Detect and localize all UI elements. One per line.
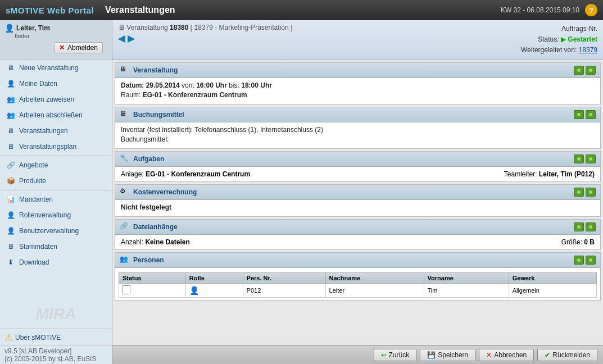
help-button[interactable]: ?: [585, 4, 597, 16]
user-icon: 👤: [4, 24, 14, 33]
aufgaben-toggle-1[interactable]: [574, 154, 584, 163]
datum-label: Datum:: [121, 81, 144, 89]
buchungsmittel-toggle-2[interactable]: [586, 110, 596, 119]
nav-stammdaten[interactable]: 🖥 Stammdaten: [0, 239, 112, 254]
kosten-toggle-2[interactable]: [586, 188, 596, 197]
topbar-right: KW 32 - 06.08.2015 09:10 ?: [501, 4, 597, 16]
speichern-button[interactable]: 💾 Speichern: [420, 349, 475, 361]
bis-label: bis:: [229, 81, 239, 89]
nav-angebote[interactable]: 🔗 Angebote: [0, 157, 112, 173]
datei-toggle-1[interactable]: [574, 222, 584, 231]
brand-title: sMOTIVE Web Portal: [6, 6, 94, 15]
cell-rolle: 👤: [185, 283, 243, 297]
veranstaltung-nav: 🖥 Veranstaltung 18380 [ 18379 - Marketin…: [118, 24, 521, 44]
von-label: von:: [182, 81, 194, 89]
auftrags-nr-row: Auftrags-Nr.: [521, 24, 597, 34]
weitergeleitet-link[interactable]: 18379: [579, 46, 597, 54]
monitor-icon: 🖥: [6, 63, 16, 73]
person-icon: 👤: [6, 79, 16, 89]
main-layout: 👤 Leiter, Tim tleiter ✕ Abmelden 🖥 Neue …: [0, 20, 603, 364]
nav-meine-daten[interactable]: 👤 Meine Daten: [0, 76, 112, 92]
status-icon: ▶: [561, 35, 566, 43]
produkte-icon: 📦: [6, 176, 16, 186]
nav-veranstaltungsplan[interactable]: 🖥 Veranstaltungsplan: [0, 139, 112, 154]
personen-icon: 👥: [120, 255, 130, 265]
person-status-icon: [123, 285, 130, 294]
veranstaltung-toggle-1[interactable]: [574, 66, 584, 75]
kosten-title: Kostenverrechnung: [133, 188, 197, 196]
kosten-toggle-1[interactable]: [574, 188, 584, 197]
content-header: 🖥 Veranstaltung 18380 [ 18379 - Marketin…: [112, 20, 603, 60]
prev-arrow[interactable]: ◀: [118, 33, 125, 44]
personen-title: Personen: [133, 256, 164, 264]
veranstaltung-section-icon: 🖥: [120, 65, 130, 75]
nav-divider-2: [0, 190, 112, 190]
abmelden-button[interactable]: ✕ Abmelden: [54, 42, 103, 53]
section-personen-header: 👥 Personen: [115, 253, 600, 268]
nav-arbeiten-zuweisen[interactable]: 👥 Arbeiten zuweisen: [0, 92, 112, 107]
aufgaben-title: Aufgaben: [133, 155, 164, 163]
section-buchungsmittel: 🖥 Buchungsmittel Inventar (fest installi…: [115, 107, 601, 149]
rollen-icon: 👤: [6, 210, 16, 220]
personen-toggle-1[interactable]: [574, 256, 584, 265]
datei-toggle-2[interactable]: [586, 222, 596, 231]
about-smotive-link[interactable]: ⚠ Über sMOTIVE: [4, 332, 107, 343]
rueckmelden-icon: ✔: [545, 351, 550, 359]
mandanten-icon: 📊: [6, 194, 16, 204]
complete-icon: 👥: [6, 110, 16, 120]
bis-value: 18:00 Uhr: [241, 81, 272, 89]
section-dateianhaenge-header: 🔗 Dateianhänge: [115, 220, 600, 235]
col-status: Status: [119, 272, 186, 283]
content-meta: Auftrags-Nr. Status: ▶ Gestartet Weiterg…: [521, 24, 597, 56]
cell-vorname: Tim: [424, 283, 509, 297]
nav-divider-1: [0, 156, 112, 156]
nav-veranstaltungen[interactable]: 🖥 Veranstaltungen: [0, 123, 112, 139]
rueckmelden-button[interactable]: ✔ Rückmelden: [537, 349, 597, 361]
buchungsmittel-icon: 🖥: [120, 110, 130, 120]
speichern-icon: 💾: [427, 351, 436, 359]
weitergeleitet-row: Weitergeleitet von: 18379: [521, 45, 597, 56]
veranstaltung-label: Veranstaltung: [126, 24, 167, 31]
datei-icon: 🔗: [120, 222, 130, 232]
nav-mandanten[interactable]: 📊 Mandanten: [0, 192, 112, 207]
topbar: sMOTIVE Web Portal Veranstaltungen KW 32…: [0, 0, 603, 20]
sidebar-version: v9.5 [sLAB Developer] (c) 2005-2015 by s…: [0, 345, 112, 364]
section-buchungsmittel-header: 🖥 Buchungsmittel: [115, 107, 600, 122]
col-nachname: Nachname: [325, 272, 424, 283]
x-icon: ✕: [59, 44, 65, 52]
table-row[interactable]: 👤 P012 Leiter Tim Allgemein: [119, 283, 597, 297]
buchungsmittel-toggle-1[interactable]: [574, 110, 584, 119]
veranstaltung-toggle-2[interactable]: [586, 66, 596, 75]
anlage-value: EG-01 - Konferenzraum Centrum: [146, 170, 250, 178]
section-aufgaben: 🔧 Aufgaben Anlage: EG-01 - Konferenzraum…: [115, 151, 601, 182]
download-icon: ⬇: [6, 257, 16, 267]
sidebar-logo: MIRA: [0, 299, 112, 329]
abbrechen-button[interactable]: ✕ Abbrechen: [479, 349, 534, 361]
nav-rollenverwaltung[interactable]: 👤 Rollenverwaltung: [0, 207, 112, 223]
status-value: Gestartet: [568, 35, 597, 43]
anzahl-label: Anzahl:: [121, 238, 143, 246]
nav-neue-veranstaltung[interactable]: 🖥 Neue Veranstaltung: [0, 60, 112, 76]
veranstaltung-id: 18380: [170, 24, 188, 31]
cell-gewerk: Allgemein: [509, 283, 596, 297]
personen-toggle-2[interactable]: [586, 256, 596, 265]
nav-download[interactable]: ⬇ Download: [0, 254, 112, 270]
raum-row: Raum: EG-01 - Konferenzraum Centrum: [121, 91, 595, 99]
anzahl-value: Keine Dateien: [145, 238, 189, 246]
nav-produkte[interactable]: 📦 Produkte: [0, 173, 112, 189]
plan-icon: 🖥: [6, 142, 16, 152]
raum-label: Raum:: [121, 91, 140, 99]
section-kostenverrechnung: ⚙ Kostenverrechnung Nicht festgelegt: [115, 184, 601, 217]
veranstaltung-content: Datum: 29.05.2014 von: 16:00 Uhr bis: 18…: [115, 78, 600, 104]
zurueck-button[interactable]: ↩ Zurück: [374, 349, 417, 361]
datetime-display: KW 32 - 06.08.2015 09:10: [501, 6, 579, 14]
cell-pers-nr: P012: [243, 283, 325, 297]
cell-status: [119, 283, 186, 297]
nav-arbeiten-abschliessen[interactable]: 👥 Arbeiten abschließen: [0, 107, 112, 123]
aufgaben-toggle-2[interactable]: [586, 154, 596, 163]
buchungsmittel-content: Inventar (fest installiert): Telefonansc…: [115, 122, 600, 148]
nav-benutzerverwaltung[interactable]: 👤 Benutzerverwaltung: [0, 223, 112, 239]
von-value: 16:00 Uhr: [196, 81, 227, 89]
veranstaltung-section-title: Veranstaltung: [133, 66, 178, 74]
next-arrow[interactable]: ▶: [128, 33, 134, 44]
